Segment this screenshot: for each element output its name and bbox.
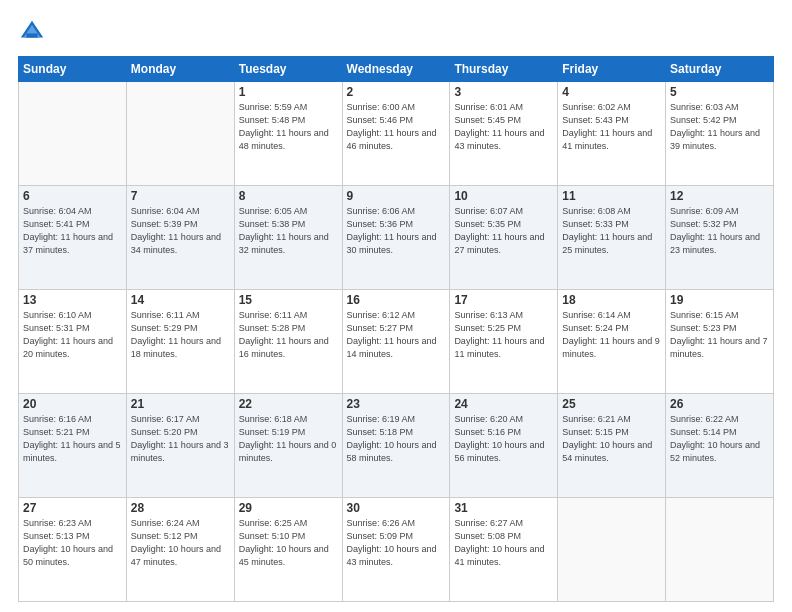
day-cell: 10Sunrise: 6:07 AM Sunset: 5:35 PM Dayli…	[450, 186, 558, 290]
weekday-header-row: SundayMondayTuesdayWednesdayThursdayFrid…	[19, 57, 774, 82]
day-number: 25	[562, 397, 661, 411]
day-info: Sunrise: 6:03 AM Sunset: 5:42 PM Dayligh…	[670, 101, 769, 153]
day-cell: 9Sunrise: 6:06 AM Sunset: 5:36 PM Daylig…	[342, 186, 450, 290]
day-info: Sunrise: 6:14 AM Sunset: 5:24 PM Dayligh…	[562, 309, 661, 361]
day-number: 1	[239, 85, 338, 99]
day-number: 18	[562, 293, 661, 307]
weekday-header-saturday: Saturday	[666, 57, 774, 82]
day-info: Sunrise: 6:05 AM Sunset: 5:38 PM Dayligh…	[239, 205, 338, 257]
day-number: 20	[23, 397, 122, 411]
day-cell: 13Sunrise: 6:10 AM Sunset: 5:31 PM Dayli…	[19, 290, 127, 394]
day-cell: 21Sunrise: 6:17 AM Sunset: 5:20 PM Dayli…	[126, 394, 234, 498]
day-info: Sunrise: 6:15 AM Sunset: 5:23 PM Dayligh…	[670, 309, 769, 361]
day-info: Sunrise: 6:25 AM Sunset: 5:10 PM Dayligh…	[239, 517, 338, 569]
week-row-1: 1Sunrise: 5:59 AM Sunset: 5:48 PM Daylig…	[19, 82, 774, 186]
day-number: 3	[454, 85, 553, 99]
day-number: 27	[23, 501, 122, 515]
day-cell: 22Sunrise: 6:18 AM Sunset: 5:19 PM Dayli…	[234, 394, 342, 498]
day-cell: 14Sunrise: 6:11 AM Sunset: 5:29 PM Dayli…	[126, 290, 234, 394]
day-number: 7	[131, 189, 230, 203]
day-number: 4	[562, 85, 661, 99]
weekday-header-wednesday: Wednesday	[342, 57, 450, 82]
day-number: 29	[239, 501, 338, 515]
day-number: 12	[670, 189, 769, 203]
day-number: 22	[239, 397, 338, 411]
day-cell: 15Sunrise: 6:11 AM Sunset: 5:28 PM Dayli…	[234, 290, 342, 394]
day-cell: 3Sunrise: 6:01 AM Sunset: 5:45 PM Daylig…	[450, 82, 558, 186]
day-cell	[126, 82, 234, 186]
day-cell: 16Sunrise: 6:12 AM Sunset: 5:27 PM Dayli…	[342, 290, 450, 394]
day-cell: 2Sunrise: 6:00 AM Sunset: 5:46 PM Daylig…	[342, 82, 450, 186]
day-info: Sunrise: 6:04 AM Sunset: 5:41 PM Dayligh…	[23, 205, 122, 257]
day-cell: 8Sunrise: 6:05 AM Sunset: 5:38 PM Daylig…	[234, 186, 342, 290]
weekday-header-tuesday: Tuesday	[234, 57, 342, 82]
week-row-3: 13Sunrise: 6:10 AM Sunset: 5:31 PM Dayli…	[19, 290, 774, 394]
week-row-5: 27Sunrise: 6:23 AM Sunset: 5:13 PM Dayli…	[19, 498, 774, 602]
day-info: Sunrise: 6:19 AM Sunset: 5:18 PM Dayligh…	[347, 413, 446, 465]
weekday-header-friday: Friday	[558, 57, 666, 82]
day-cell: 17Sunrise: 6:13 AM Sunset: 5:25 PM Dayli…	[450, 290, 558, 394]
day-cell: 20Sunrise: 6:16 AM Sunset: 5:21 PM Dayli…	[19, 394, 127, 498]
day-number: 5	[670, 85, 769, 99]
day-number: 11	[562, 189, 661, 203]
day-info: Sunrise: 6:06 AM Sunset: 5:36 PM Dayligh…	[347, 205, 446, 257]
day-info: Sunrise: 6:17 AM Sunset: 5:20 PM Dayligh…	[131, 413, 230, 465]
day-cell: 5Sunrise: 6:03 AM Sunset: 5:42 PM Daylig…	[666, 82, 774, 186]
header	[18, 18, 774, 46]
day-cell: 1Sunrise: 5:59 AM Sunset: 5:48 PM Daylig…	[234, 82, 342, 186]
day-number: 8	[239, 189, 338, 203]
day-info: Sunrise: 6:10 AM Sunset: 5:31 PM Dayligh…	[23, 309, 122, 361]
day-info: Sunrise: 6:09 AM Sunset: 5:32 PM Dayligh…	[670, 205, 769, 257]
day-info: Sunrise: 6:02 AM Sunset: 5:43 PM Dayligh…	[562, 101, 661, 153]
day-info: Sunrise: 6:01 AM Sunset: 5:45 PM Dayligh…	[454, 101, 553, 153]
day-info: Sunrise: 6:04 AM Sunset: 5:39 PM Dayligh…	[131, 205, 230, 257]
svg-rect-2	[26, 33, 37, 37]
day-cell: 28Sunrise: 6:24 AM Sunset: 5:12 PM Dayli…	[126, 498, 234, 602]
day-number: 6	[23, 189, 122, 203]
day-info: Sunrise: 6:20 AM Sunset: 5:16 PM Dayligh…	[454, 413, 553, 465]
day-number: 14	[131, 293, 230, 307]
logo-icon	[18, 18, 46, 46]
calendar: SundayMondayTuesdayWednesdayThursdayFrid…	[18, 56, 774, 602]
day-info: Sunrise: 6:18 AM Sunset: 5:19 PM Dayligh…	[239, 413, 338, 465]
day-number: 2	[347, 85, 446, 99]
day-number: 10	[454, 189, 553, 203]
day-cell: 24Sunrise: 6:20 AM Sunset: 5:16 PM Dayli…	[450, 394, 558, 498]
day-cell: 11Sunrise: 6:08 AM Sunset: 5:33 PM Dayli…	[558, 186, 666, 290]
day-cell: 6Sunrise: 6:04 AM Sunset: 5:41 PM Daylig…	[19, 186, 127, 290]
week-row-2: 6Sunrise: 6:04 AM Sunset: 5:41 PM Daylig…	[19, 186, 774, 290]
day-cell: 26Sunrise: 6:22 AM Sunset: 5:14 PM Dayli…	[666, 394, 774, 498]
day-info: Sunrise: 5:59 AM Sunset: 5:48 PM Dayligh…	[239, 101, 338, 153]
day-number: 21	[131, 397, 230, 411]
day-info: Sunrise: 6:13 AM Sunset: 5:25 PM Dayligh…	[454, 309, 553, 361]
day-number: 9	[347, 189, 446, 203]
logo	[18, 18, 50, 46]
day-info: Sunrise: 6:27 AM Sunset: 5:08 PM Dayligh…	[454, 517, 553, 569]
day-number: 30	[347, 501, 446, 515]
day-cell: 23Sunrise: 6:19 AM Sunset: 5:18 PM Dayli…	[342, 394, 450, 498]
day-number: 16	[347, 293, 446, 307]
day-info: Sunrise: 6:12 AM Sunset: 5:27 PM Dayligh…	[347, 309, 446, 361]
day-cell	[19, 82, 127, 186]
day-info: Sunrise: 6:24 AM Sunset: 5:12 PM Dayligh…	[131, 517, 230, 569]
week-row-4: 20Sunrise: 6:16 AM Sunset: 5:21 PM Dayli…	[19, 394, 774, 498]
day-cell: 4Sunrise: 6:02 AM Sunset: 5:43 PM Daylig…	[558, 82, 666, 186]
day-number: 23	[347, 397, 446, 411]
day-cell: 18Sunrise: 6:14 AM Sunset: 5:24 PM Dayli…	[558, 290, 666, 394]
day-cell: 27Sunrise: 6:23 AM Sunset: 5:13 PM Dayli…	[19, 498, 127, 602]
day-number: 26	[670, 397, 769, 411]
day-info: Sunrise: 6:26 AM Sunset: 5:09 PM Dayligh…	[347, 517, 446, 569]
day-info: Sunrise: 6:08 AM Sunset: 5:33 PM Dayligh…	[562, 205, 661, 257]
day-info: Sunrise: 6:11 AM Sunset: 5:28 PM Dayligh…	[239, 309, 338, 361]
weekday-header-sunday: Sunday	[19, 57, 127, 82]
day-cell: 19Sunrise: 6:15 AM Sunset: 5:23 PM Dayli…	[666, 290, 774, 394]
day-info: Sunrise: 6:00 AM Sunset: 5:46 PM Dayligh…	[347, 101, 446, 153]
day-cell: 25Sunrise: 6:21 AM Sunset: 5:15 PM Dayli…	[558, 394, 666, 498]
day-number: 28	[131, 501, 230, 515]
day-number: 31	[454, 501, 553, 515]
day-info: Sunrise: 6:21 AM Sunset: 5:15 PM Dayligh…	[562, 413, 661, 465]
weekday-header-monday: Monday	[126, 57, 234, 82]
day-cell: 7Sunrise: 6:04 AM Sunset: 5:39 PM Daylig…	[126, 186, 234, 290]
page: SundayMondayTuesdayWednesdayThursdayFrid…	[0, 0, 792, 612]
day-info: Sunrise: 6:23 AM Sunset: 5:13 PM Dayligh…	[23, 517, 122, 569]
